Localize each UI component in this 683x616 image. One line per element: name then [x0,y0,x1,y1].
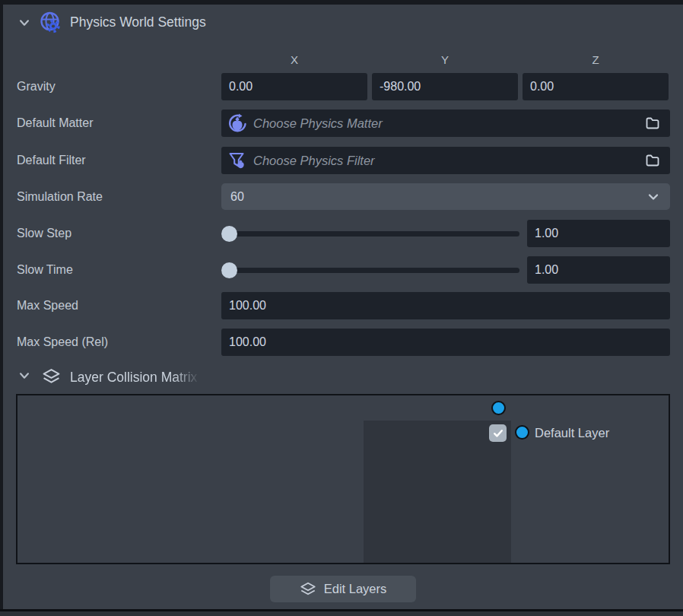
max-speed-input[interactable] [221,292,670,319]
layers-icon [42,367,61,386]
gravity-label: Gravity [17,73,56,100]
physics-section-collapse-chevron-icon[interactable] [17,16,31,30]
gravity-x-input[interactable] [221,73,367,100]
slow-step-slider-track[interactable] [221,231,519,237]
layer-collision-matrix: Default Layer [16,394,670,564]
slow-time-slider-track[interactable] [221,268,519,273]
edit-layers-button[interactable]: Edit Layers [270,576,416,602]
layer-collision-matrix-title: Layer Collision Matrix [70,369,205,386]
layer-section-collapse-chevron-icon[interactable] [17,369,31,383]
physics-matter-icon [227,113,247,133]
gravity-z-input[interactable] [523,73,669,100]
default-filter-placeholder: Choose Physics Filter [253,147,644,174]
slow-time-input[interactable] [527,256,670,284]
default-filter-label: Default Filter [17,147,86,174]
physics-section-title: Physics World Settings [70,14,206,30]
matrix-row-layer-dot [515,425,529,440]
axis-header-y: Y [372,53,518,67]
simulation-rate-value: 60 [230,190,646,204]
default-matter-label: Default Matter [17,110,93,137]
axis-header-z: Z [523,53,669,67]
default-filter-browse-folder-icon[interactable] [644,152,661,169]
slow-time-label: Slow Time [17,256,73,284]
window-bottom-strip [0,611,683,616]
matrix-layer-name: Default Layer [535,424,609,442]
slow-time-slider[interactable] [221,256,519,284]
simulation-rate-label: Simulation Rate [17,183,103,211]
slow-step-slider-knob[interactable] [221,226,237,242]
slow-time-slider-knob[interactable] [221,262,237,278]
default-matter-field[interactable]: Choose Physics Matter [221,110,670,137]
slow-step-label: Slow Step [17,220,71,247]
physics-world-icon [38,10,62,34]
gravity-y-input[interactable] [372,73,518,100]
default-matter-browse-folder-icon[interactable] [644,115,661,132]
matrix-column-layer-dot [491,401,506,415]
default-filter-field[interactable]: Choose Physics Filter [221,147,670,174]
axis-header-x: X [221,53,367,67]
physics-filter-icon [227,151,247,170]
matrix-column-highlight [364,421,511,563]
max-speed-rel-input[interactable] [221,329,670,356]
edit-layers-button-label: Edit Layers [324,582,387,596]
check-icon [492,427,504,440]
inspector-window: Physics World Settings X Y Z Gravity Def… [0,0,683,616]
slow-step-input[interactable] [527,220,670,247]
max-speed-rel-label: Max Speed (Rel) [17,329,108,356]
simulation-rate-select[interactable]: 60 [221,183,670,210]
slow-step-slider[interactable] [221,220,519,247]
layers-icon [300,581,316,598]
max-speed-label: Max Speed [17,292,78,319]
chevron-down-icon [646,189,661,205]
default-matter-placeholder: Choose Physics Matter [253,110,644,137]
matrix-collision-checkbox[interactable] [489,424,507,442]
physics-settings-panel: Physics World Settings X Y Z Gravity Def… [3,5,683,609]
